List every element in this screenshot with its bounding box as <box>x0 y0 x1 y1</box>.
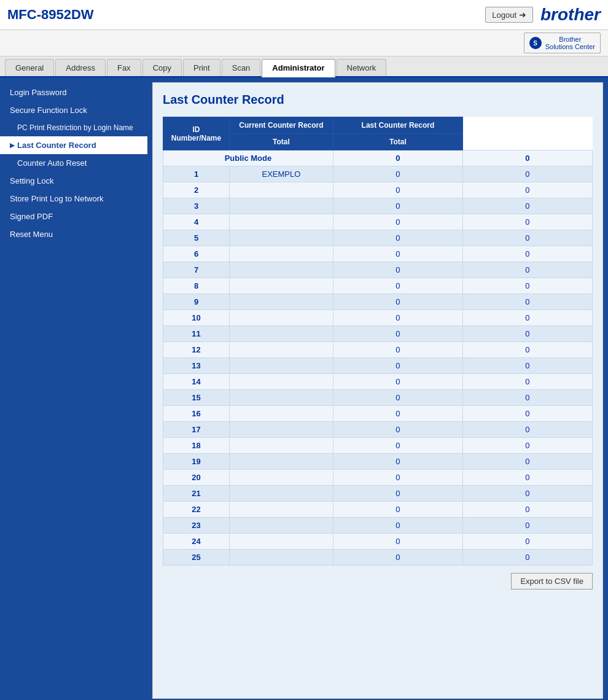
cell-name <box>230 182 333 198</box>
cell-id: 24 <box>163 534 230 550</box>
sidebar-item-secure-function-lock[interactable]: Secure Function Lock <box>0 101 147 119</box>
table-row: 2000 <box>163 470 593 486</box>
table-row: 700 <box>163 262 593 278</box>
cell-current: 0 <box>333 246 462 262</box>
main-layout: Login Password Secure Function Lock PC P… <box>0 77 608 700</box>
table-row: 1300 <box>163 358 593 374</box>
cell-current: 0 <box>333 278 462 294</box>
cell-last: 0 <box>462 550 592 566</box>
cell-last: 0 <box>462 374 592 390</box>
table-row: 1500 <box>163 390 593 406</box>
table-row: 1100 <box>163 326 593 342</box>
cell-current: 0 <box>333 198 462 214</box>
table-row: 1EXEMPLO00 <box>163 166 593 182</box>
sidebar-item-last-counter-record[interactable]: Last Counter Record <box>0 136 147 154</box>
cell-name <box>230 230 333 246</box>
cell-name <box>230 534 333 550</box>
solutions-center-button[interactable]: S BrotherSolutions Center <box>524 33 601 53</box>
table-row: 1900 <box>163 454 593 470</box>
cell-id: 17 <box>163 422 230 438</box>
cell-name <box>230 486 333 502</box>
sidebar-item-pc-print-restriction[interactable]: PC Print Restriction by Login Name <box>0 119 147 136</box>
logout-button[interactable]: Logout ➜ <box>485 7 533 23</box>
table-row: 2200 <box>163 502 593 518</box>
tab-print[interactable]: Print <box>183 59 220 76</box>
sidebar-item-signed-pdf[interactable]: Signed PDF <box>0 208 147 225</box>
cell-last: 0 <box>462 150 592 166</box>
tab-administrator[interactable]: Administrator <box>262 59 335 77</box>
logout-arrow-icon: ➜ <box>519 10 526 20</box>
cell-last: 0 <box>462 358 592 374</box>
cell-current: 0 <box>333 438 462 454</box>
tab-scan[interactable]: Scan <box>222 59 261 76</box>
cell-name <box>230 470 333 486</box>
sidebar-item-reset-menu[interactable]: Reset Menu <box>0 225 147 243</box>
cell-name <box>230 198 333 214</box>
table-row: 1000 <box>163 310 593 326</box>
sidebar: Login Password Secure Function Lock PC P… <box>0 77 147 700</box>
cell-last: 0 <box>462 262 592 278</box>
table-row: 1400 <box>163 374 593 390</box>
cell-id: 20 <box>163 470 230 486</box>
th-last-total: Total <box>333 134 462 150</box>
cell-id: 5 <box>163 230 230 246</box>
table-row: 2500 <box>163 550 593 566</box>
table-row: 300 <box>163 198 593 214</box>
cell-name <box>230 358 333 374</box>
cell-last: 0 <box>462 438 592 454</box>
cell-name <box>230 390 333 406</box>
cell-current: 0 <box>333 326 462 342</box>
cell-id: 6 <box>163 246 230 262</box>
th-current-header: Current Counter Record <box>230 117 333 134</box>
cell-current: 0 <box>333 390 462 406</box>
export-csv-button[interactable]: Export to CSV file <box>511 573 593 589</box>
cell-current: 0 <box>333 150 462 166</box>
cell-id: 1 <box>163 166 230 182</box>
sidebar-item-store-print-log[interactable]: Store Print Log to Network <box>0 190 147 208</box>
table-row: 1600 <box>163 406 593 422</box>
cell-name <box>230 518 333 534</box>
cell-name <box>230 502 333 518</box>
cell-last: 0 <box>462 534 592 550</box>
cell-last: 0 <box>462 246 592 262</box>
cell-id: 3 <box>163 198 230 214</box>
sidebar-item-setting-lock[interactable]: Setting Lock <box>0 172 147 190</box>
cell-name <box>230 374 333 390</box>
table-row: 900 <box>163 294 593 310</box>
tab-general[interactable]: General <box>5 59 54 76</box>
table-row: 1700 <box>163 422 593 438</box>
cell-last: 0 <box>462 310 592 326</box>
tab-network[interactable]: Network <box>337 59 387 76</box>
cell-current: 0 <box>333 374 462 390</box>
cell-name <box>230 550 333 566</box>
cell-id: 7 <box>163 262 230 278</box>
th-current-total: Total <box>230 134 333 150</box>
sidebar-item-login-password[interactable]: Login Password <box>0 84 147 101</box>
tab-address[interactable]: Address <box>55 59 106 76</box>
cell-current: 0 <box>333 310 462 326</box>
cell-id: 4 <box>163 214 230 230</box>
cell-last: 0 <box>462 502 592 518</box>
cell-name: EXEMPLO <box>230 166 333 182</box>
tab-fax[interactable]: Fax <box>107 59 141 76</box>
content-area: Last Counter Record ID Number/Name Curre… <box>152 82 603 699</box>
cell-name <box>230 278 333 294</box>
sidebar-item-counter-auto-reset[interactable]: Counter Auto Reset <box>0 154 147 172</box>
cell-current: 0 <box>333 166 462 182</box>
th-id-name: ID Number/Name <box>163 117 230 150</box>
tab-copy[interactable]: Copy <box>142 59 182 76</box>
cell-last: 0 <box>462 214 592 230</box>
cell-public-mode: Public Mode <box>163 150 333 166</box>
cell-id: 13 <box>163 358 230 374</box>
export-row: Export to CSV file <box>163 573 593 589</box>
table-row: 1200 <box>163 342 593 358</box>
cell-name <box>230 422 333 438</box>
cell-current: 0 <box>333 182 462 198</box>
cell-id: 11 <box>163 326 230 342</box>
cell-current: 0 <box>333 454 462 470</box>
cell-current: 0 <box>333 294 462 310</box>
cell-last: 0 <box>462 294 592 310</box>
table-row: 800 <box>163 278 593 294</box>
cell-last: 0 <box>462 230 592 246</box>
cell-current: 0 <box>333 470 462 486</box>
